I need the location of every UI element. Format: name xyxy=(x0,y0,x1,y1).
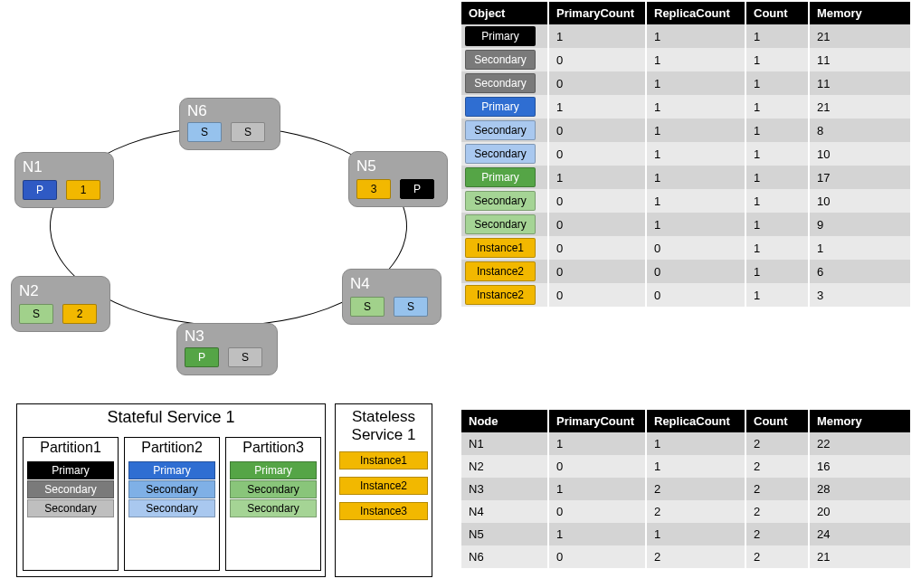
object-badge: Secondary xyxy=(465,144,536,164)
node-label: N2 xyxy=(19,282,102,300)
table-row: Primary11121 xyxy=(461,95,910,119)
table-row: Instance20013 xyxy=(461,283,910,307)
th-memory: Memory xyxy=(809,2,910,24)
partition2-box: Partition2 Primary Secondary Secondary xyxy=(124,437,220,571)
replica-chip-secondary: S xyxy=(228,347,262,367)
th-object: Object xyxy=(461,2,548,24)
instance-chip: 1 xyxy=(66,180,100,200)
th-memory: Memory xyxy=(809,410,910,432)
stateful-service-box: Stateful Service 1 Partition1 Primary Se… xyxy=(16,403,326,577)
node-label: N1 xyxy=(23,158,106,176)
table-row: Secondary01111 xyxy=(461,71,910,95)
object-badge: Primary xyxy=(465,97,536,117)
table-row: Primary11117 xyxy=(461,166,910,189)
replica-chip-secondary: S xyxy=(19,304,53,324)
object-badge: Secondary xyxy=(465,120,536,140)
stateless-instance: Instance1 xyxy=(339,451,428,469)
node-n2: N2 S 2 xyxy=(11,276,110,332)
node-label: N3 xyxy=(185,327,270,346)
stateless-service-box: Stateless Service 1 Instance1 Instance2 … xyxy=(335,403,432,577)
table-row: N201216 xyxy=(461,455,910,478)
replica-chip-secondary: S xyxy=(350,297,385,317)
partition-title: Partition2 xyxy=(125,438,219,458)
node-n1: N1 P 1 xyxy=(14,152,114,208)
th-count: Count xyxy=(745,2,809,24)
replica-chip-secondary: S xyxy=(231,122,265,142)
table-row: N312228 xyxy=(461,478,910,500)
stateful-title: Stateful Service 1 xyxy=(17,404,325,429)
replica-chip-primary: P xyxy=(400,179,434,199)
partition1-box: Partition1 Primary Secondary Secondary xyxy=(23,437,119,571)
table-row: N111222 xyxy=(461,432,910,455)
table-row: Secondary0119 xyxy=(461,213,910,236)
th-node: Node xyxy=(461,410,548,432)
partition3-box: Partition3 Primary Secondary Secondary xyxy=(225,437,321,571)
stateless-title: Stateless Service 1 xyxy=(336,404,432,446)
partition-title: Partition1 xyxy=(24,438,118,458)
node-label: N4 xyxy=(350,275,433,293)
table-row: Instance10011 xyxy=(461,236,910,260)
instance-chip: 2 xyxy=(62,304,97,324)
replica-primary: Primary xyxy=(128,461,215,479)
object-badge: Secondary xyxy=(465,191,536,211)
object-badge: Instance2 xyxy=(465,285,536,305)
object-metrics-table: Object PrimaryCount ReplicaCount Count M… xyxy=(461,2,910,307)
object-badge: Secondary xyxy=(465,214,536,234)
replica-chip-secondary: S xyxy=(187,122,222,142)
node-n5: N5 3 P xyxy=(348,151,448,207)
th-primarycount: PrimaryCount xyxy=(548,2,646,24)
table-row: Instance20016 xyxy=(461,260,910,283)
table-row: Secondary01111 xyxy=(461,48,910,71)
replica-secondary: Secondary xyxy=(27,480,114,498)
node-label: N6 xyxy=(187,102,272,120)
table-row: N602221 xyxy=(461,545,910,568)
stateless-instance: Instance3 xyxy=(339,502,428,520)
object-badge: Primary xyxy=(465,26,536,46)
replica-secondary: Secondary xyxy=(128,480,215,498)
object-badge: Primary xyxy=(465,167,536,187)
node-n6: N6 S S xyxy=(179,98,280,150)
th-count: Count xyxy=(745,410,809,432)
th-replicacount: ReplicaCount xyxy=(646,2,745,24)
node-n4: N4 S S xyxy=(342,269,442,325)
object-badge: Instance1 xyxy=(465,238,536,258)
th-replicacount: ReplicaCount xyxy=(646,410,745,432)
replica-chip-primary: P xyxy=(185,347,219,367)
replica-chip-secondary: S xyxy=(394,297,428,317)
table-row: Secondary0118 xyxy=(461,119,910,142)
replica-secondary: Secondary xyxy=(128,499,215,517)
instance-chip: 3 xyxy=(356,179,391,199)
table-row: N402220 xyxy=(461,500,910,523)
table-row: Primary11121 xyxy=(461,24,910,48)
table-row: Secondary01110 xyxy=(461,189,910,213)
partition-title: Partition3 xyxy=(226,438,320,458)
node-label: N5 xyxy=(356,157,440,175)
replica-chip-primary: P xyxy=(23,180,57,200)
node-metrics-table: Node PrimaryCount ReplicaCount Count Mem… xyxy=(461,410,910,568)
replica-primary: Primary xyxy=(27,461,114,479)
stateless-instance: Instance2 xyxy=(339,477,428,495)
object-badge: Secondary xyxy=(465,50,536,70)
table-row: N511224 xyxy=(461,523,910,545)
table-row: Secondary01110 xyxy=(461,142,910,166)
object-badge: Instance2 xyxy=(465,261,536,281)
replica-secondary: Secondary xyxy=(27,499,114,517)
replica-secondary: Secondary xyxy=(230,480,317,498)
replica-primary: Primary xyxy=(230,461,317,479)
object-badge: Secondary xyxy=(465,73,536,93)
replica-secondary: Secondary xyxy=(230,499,317,517)
th-primarycount: PrimaryCount xyxy=(548,410,646,432)
node-n3: N3 P S xyxy=(176,323,278,375)
